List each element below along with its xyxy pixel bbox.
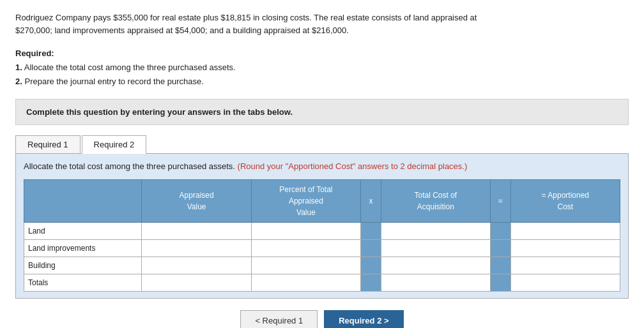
header-row-label <box>24 179 142 222</box>
row-label-totals: Totals <box>24 274 142 291</box>
header-total-cost: Total Cost ofAcquisition <box>381 179 490 222</box>
input-totalcost-land[interactable] <box>385 225 486 237</box>
row-label-land-improvements: Land improvements <box>24 239 142 257</box>
next-button[interactable]: Required 2 > <box>324 310 403 328</box>
input-apportioned-building[interactable] <box>515 260 616 271</box>
operator-x-land <box>361 222 381 239</box>
cell-appraised-totals[interactable] <box>142 274 251 291</box>
input-apportioned-totals[interactable] <box>515 277 616 288</box>
operator-x-totals <box>361 274 381 291</box>
input-percent-land[interactable] <box>256 225 356 237</box>
operator-eq-totals <box>491 274 511 291</box>
cell-apportioned-landimpr[interactable] <box>510 239 620 257</box>
operator-x-landimpr <box>361 239 381 257</box>
tab-required1[interactable]: Required 1 <box>15 135 80 153</box>
input-totalcost-totals[interactable] <box>385 277 486 288</box>
cell-apportioned-land[interactable] <box>510 222 620 239</box>
cell-apportioned-building[interactable] <box>510 257 620 274</box>
tab-content: Allocate the total cost among the three … <box>15 154 629 299</box>
required-1-text: Allocate the total cost among the three … <box>24 63 236 72</box>
header-percent-of-total: Percent of TotalAppraisedValue <box>251 179 360 222</box>
cell-appraised-landimpr[interactable] <box>142 239 251 257</box>
input-percent-landimpr[interactable] <box>256 242 356 254</box>
operator-eq-land <box>491 222 511 239</box>
required-1: 1. Allocate the total cost among the thr… <box>15 61 629 75</box>
back-button[interactable]: < Required 1 <box>240 310 318 328</box>
header-operator-eq: = <box>491 179 511 222</box>
tab-instruction-red: (Round your "Apportioned Cost" answers t… <box>238 161 468 171</box>
allocation-table: AppraisedValue Percent of TotalAppraised… <box>24 179 620 292</box>
problem-line2: $270,000; land improvements appraised at… <box>15 26 349 35</box>
tab-instruction-static: Allocate the total cost among the three … <box>24 161 235 171</box>
cell-percent-totals[interactable] <box>251 274 360 291</box>
header-operator-x: x <box>361 179 381 222</box>
operator-eq-building <box>491 257 511 274</box>
header-apportioned-cost: = ApportionedCost <box>510 179 620 222</box>
cell-totalcost-land[interactable] <box>381 222 490 239</box>
input-appraised-land[interactable] <box>146 225 247 237</box>
operator-eq-landimpr <box>491 239 511 257</box>
input-totalcost-building[interactable] <box>385 260 486 271</box>
cell-totalcost-totals[interactable] <box>381 274 490 291</box>
operator-x-building <box>361 257 381 274</box>
required-title: Required: <box>15 47 629 61</box>
instruction-text: Complete this question by entering your … <box>26 107 293 117</box>
table-row: Building <box>24 257 620 274</box>
required-2: 2. Prepare the journal entry to record t… <box>15 75 629 89</box>
table-row: Land <box>24 222 620 239</box>
tabs-container: Required 1 Required 2 Allocate the total… <box>15 135 629 299</box>
required-block: Required: 1. Allocate the total cost amo… <box>15 47 629 89</box>
input-percent-building[interactable] <box>256 260 356 271</box>
cell-percent-landimpr[interactable] <box>251 239 360 257</box>
cell-totalcost-building[interactable] <box>381 257 490 274</box>
instruction-box: Complete this question by entering your … <box>15 99 629 125</box>
row-label-building: Building <box>24 257 142 274</box>
table-row: Totals <box>24 274 620 291</box>
input-appraised-building[interactable] <box>146 260 247 271</box>
header-appraised-value: AppraisedValue <box>142 179 251 222</box>
tabs-row: Required 1 Required 2 <box>15 135 629 154</box>
cell-appraised-land[interactable] <box>142 222 251 239</box>
required-2-label: 2. <box>15 77 22 86</box>
required-2-text: Prepare the journal entry to record the … <box>24 77 203 86</box>
cell-percent-building[interactable] <box>251 257 360 274</box>
bottom-buttons: < Required 1 Required 2 > <box>15 310 629 328</box>
input-percent-totals[interactable] <box>256 277 356 288</box>
problem-line1: Rodriguez Company pays $355,000 for real… <box>15 13 477 22</box>
tab-required2[interactable]: Required 2 <box>82 135 147 154</box>
cell-totalcost-landimpr[interactable] <box>381 239 490 257</box>
cell-apportioned-totals[interactable] <box>510 274 620 291</box>
input-totalcost-landimpr[interactable] <box>385 242 486 254</box>
row-label-land: Land <box>24 222 142 239</box>
input-apportioned-landimpr[interactable] <box>515 242 616 254</box>
table-row: Land improvements <box>24 239 620 257</box>
input-appraised-landimpr[interactable] <box>146 242 247 254</box>
cell-percent-land[interactable] <box>251 222 360 239</box>
required-1-label: 1. <box>15 63 22 72</box>
input-apportioned-land[interactable] <box>515 225 616 237</box>
problem-text: Rodriguez Company pays $355,000 for real… <box>15 11 629 36</box>
input-appraised-totals[interactable] <box>146 277 247 288</box>
cell-appraised-building[interactable] <box>142 257 251 274</box>
